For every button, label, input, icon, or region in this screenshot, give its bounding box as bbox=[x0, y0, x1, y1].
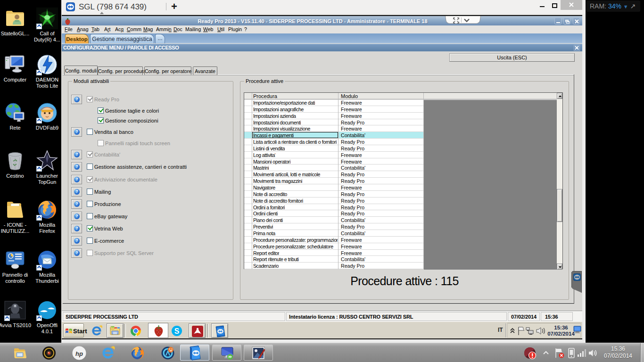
svg-text:S: S bbox=[174, 327, 180, 335]
svg-text:hp: hp bbox=[75, 350, 83, 357]
